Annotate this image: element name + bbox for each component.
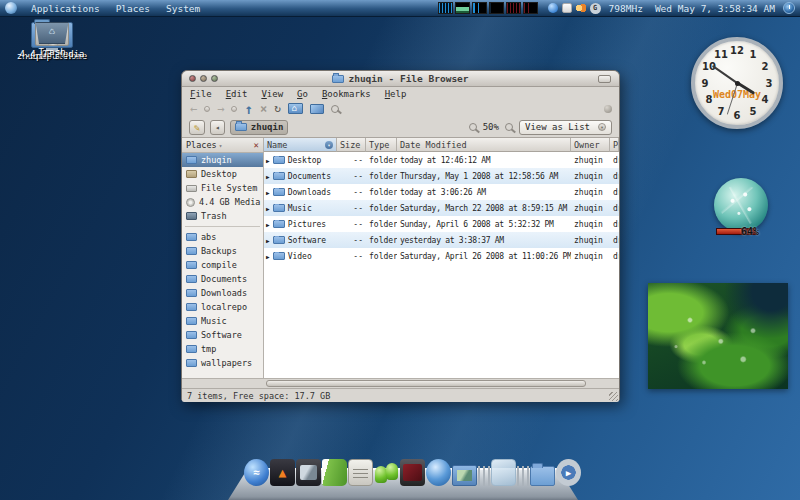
places-item-media[interactable]: 4.4 GB Media xyxy=(182,195,263,209)
window-menu-item[interactable]: View xyxy=(261,89,283,99)
window-menu-item[interactable]: File xyxy=(190,89,212,99)
scrollbar-thumb[interactable] xyxy=(266,380,586,387)
window-titlebar[interactable]: zhuqin - File Browser xyxy=(182,71,619,87)
cpufreq-icon[interactable]: G xyxy=(590,3,601,14)
folder-icon xyxy=(273,252,285,260)
places-item-backups[interactable]: Backups xyxy=(182,244,263,258)
network-download-widget[interactable]: 64% xyxy=(714,178,770,238)
places-item-zhuqin[interactable]: zhuqin xyxy=(182,153,263,167)
Music[interactable]: ▶ Music -- folder Saturday, March 22 200… xyxy=(264,200,619,216)
Video[interactable]: ▶ Video -- folder Saturday, April 26 200… xyxy=(264,248,619,264)
folder-icon[interactable] xyxy=(530,466,555,486)
shade-window-icon[interactable] xyxy=(598,75,611,83)
menu-applications[interactable]: Applications xyxy=(23,3,108,14)
system-monitor-applet[interactable] xyxy=(438,2,538,14)
notes-tray-icon[interactable] xyxy=(562,3,572,13)
stop-icon[interactable]: × xyxy=(260,103,267,115)
forward-history-dropdown-icon[interactable] xyxy=(231,106,237,112)
photo-frame-widget[interactable] xyxy=(648,283,788,389)
window-menu-item[interactable]: Bookmarks xyxy=(322,89,371,99)
reload-icon[interactable]: ↻ xyxy=(274,103,281,115)
dock-separator[interactable] xyxy=(478,466,490,486)
forward-icon[interactable]: → xyxy=(217,103,224,115)
file-list: Name▾ Size Type Date Modified Owner Perm… xyxy=(264,138,619,378)
search-icon[interactable] xyxy=(331,105,339,113)
column-header-type[interactable]: Type xyxy=(366,138,397,152)
power-button-icon[interactable] xyxy=(783,2,795,14)
photos-app-icon[interactable] xyxy=(296,459,321,486)
dictionary-icon[interactable] xyxy=(322,459,347,486)
column-header-name[interactable]: Name▾ xyxy=(264,138,337,152)
menu-places[interactable]: Places xyxy=(108,3,158,14)
notes-icon[interactable] xyxy=(348,459,373,486)
dock-separator[interactable] xyxy=(517,466,529,486)
desktop: Applications Places System G 798MHz Wed … xyxy=(0,0,800,500)
pidgin-icon[interactable] xyxy=(374,459,399,486)
window-toolbar: ← → ↑ × ↻ xyxy=(182,100,619,117)
places-item-compile[interactable]: compile xyxy=(182,258,263,272)
expander-icon[interactable]: ▶ xyxy=(266,157,270,164)
places-item-downloads[interactable]: Downloads xyxy=(182,286,263,300)
places-item-desktop[interactable]: Desktop xyxy=(182,167,263,181)
places-item-software[interactable]: Software xyxy=(182,328,263,342)
pictures-folder-icon[interactable] xyxy=(452,465,477,486)
up-icon[interactable]: ↑ xyxy=(244,103,252,115)
resize-grip[interactable] xyxy=(609,392,618,401)
media-player-icon[interactable]: ▶ xyxy=(556,459,581,486)
back-history-dropdown-icon[interactable] xyxy=(204,106,210,112)
column-header-size[interactable]: Size xyxy=(337,138,366,152)
zoom-out-icon[interactable] xyxy=(469,123,477,131)
chevron-down-icon[interactable]: ▾ xyxy=(219,142,223,149)
panel-clock[interactable]: Wed May 7, 3:58:34 AM xyxy=(655,3,775,14)
edit-location-button[interactable]: ✎ xyxy=(189,120,205,135)
folder-icon xyxy=(332,75,344,83)
matlab-icon[interactable]: ▲ xyxy=(270,459,295,486)
zoom-level: 50% xyxy=(483,122,499,132)
places-item-tmp[interactable]: tmp xyxy=(182,342,263,356)
window-menu-item[interactable]: Help xyxy=(385,89,407,99)
trash-icon[interactable]: Trash xyxy=(4,22,100,57)
window-menu-item[interactable]: Go xyxy=(297,89,308,99)
office-tray-icon[interactable] xyxy=(576,3,586,13)
zoom-in-icon[interactable] xyxy=(505,123,513,131)
path-scroll-left-button[interactable]: ◂ xyxy=(210,120,225,135)
computer-toolbar-icon[interactable] xyxy=(310,104,324,114)
amsn-icon[interactable]: ≈ xyxy=(244,459,269,486)
im-tray-icon[interactable] xyxy=(548,3,558,13)
places-header[interactable]: Places xyxy=(186,140,217,150)
web-browser-icon[interactable] xyxy=(426,459,451,486)
places-item-documents[interactable]: Documents xyxy=(182,272,263,286)
expander-icon[interactable]: ▶ xyxy=(266,237,270,244)
home-icon[interactable] xyxy=(288,103,303,114)
places-item-localrepo[interactable]: localrepo xyxy=(182,300,263,314)
places-item-trash[interactable]: Trash xyxy=(182,209,263,223)
expander-icon[interactable]: ▶ xyxy=(266,173,270,180)
glass-window-icon[interactable] xyxy=(491,459,516,486)
Pictures[interactable]: ▶ Pictures -- folder Sunday, April 6 200… xyxy=(264,216,619,232)
expander-icon[interactable]: ▶ xyxy=(266,189,270,196)
places-item-abs[interactable]: abs xyxy=(182,230,263,244)
close-sidebar-icon[interactable]: ✕ xyxy=(254,140,259,150)
column-header-date-modified[interactable]: Date Modified xyxy=(397,138,571,152)
places-item-filesystem[interactable]: File System xyxy=(182,181,263,195)
Software[interactable]: ▶ Software -- folder yesterday at 3:38:3… xyxy=(264,232,619,248)
places-item-music[interactable]: Music xyxy=(182,314,263,328)
places-item-wallpapers[interactable]: wallpapers xyxy=(182,356,263,370)
distro-logo-icon[interactable] xyxy=(5,2,17,14)
expander-icon[interactable]: ▶ xyxy=(266,253,270,260)
horizontal-scrollbar[interactable] xyxy=(182,378,619,388)
column-header-permissions[interactable]: Perm xyxy=(610,138,619,152)
path-button-zhuqin[interactable]: zhuqin xyxy=(230,120,289,135)
analog-clock-widget[interactable]: 121234567891011 Wed07May xyxy=(691,37,783,129)
menu-system[interactable]: System xyxy=(158,3,208,14)
back-icon[interactable]: ← xyxy=(190,103,197,115)
Desktop[interactable]: ▶ Desktop -- folder today at 12:46:12 AM… xyxy=(264,152,619,168)
Downloads[interactable]: ▶ Downloads -- folder today at 3:06:26 A… xyxy=(264,184,619,200)
window-menu-item[interactable]: Edit xyxy=(226,89,248,99)
terminal-icon[interactable] xyxy=(400,459,425,486)
Documents[interactable]: ▶ Documents -- folder Thursday, May 1 20… xyxy=(264,168,619,184)
expander-icon[interactable]: ▶ xyxy=(266,205,270,212)
column-header-owner[interactable]: Owner xyxy=(571,138,610,152)
view-mode-select[interactable]: View as List ▾ xyxy=(519,120,612,135)
expander-icon[interactable]: ▶ xyxy=(266,221,270,228)
